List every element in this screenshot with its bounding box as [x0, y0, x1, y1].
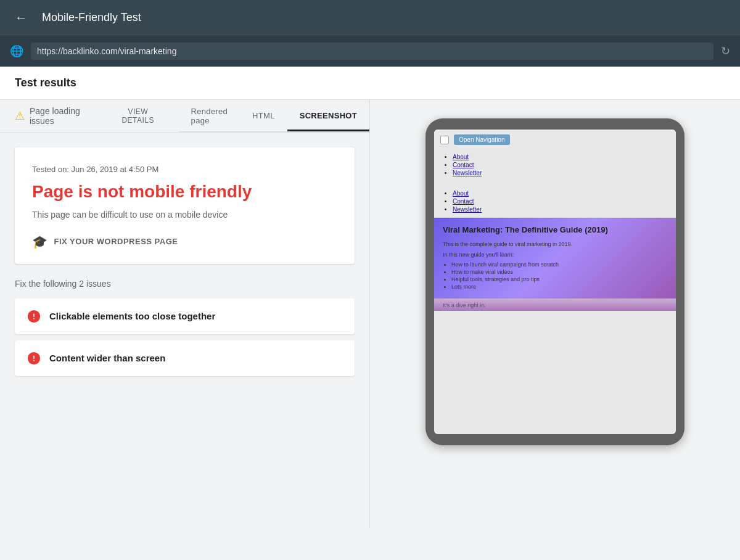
- list-item: About: [453, 154, 667, 160]
- error-icon-content-width: [27, 352, 41, 365]
- tested-on-label: Tested on: Jun 26, 2019 at 4:50 PM: [32, 165, 337, 174]
- list-item: How to launch viral campaigns from scrat…: [451, 261, 667, 268]
- right-panel: Open Navigation About Contact Newsletter: [370, 100, 740, 528]
- back-button[interactable]: ←: [10, 8, 32, 27]
- mobile-nav-links-1: About Contact Newsletter: [434, 150, 676, 181]
- list-item: Contact: [453, 198, 667, 205]
- mobile-nav-row: Open Navigation: [434, 130, 676, 150]
- tabs-row: ⚠ Page loading issues VIEW DETAILS Rende…: [0, 100, 369, 133]
- main-content: ⚠ Page loading issues VIEW DETAILS Rende…: [0, 100, 740, 528]
- view-details-button[interactable]: VIEW DETAILS: [112, 107, 164, 125]
- url-bar: 🌐 ↻: [0, 35, 740, 67]
- top-bar: ← Mobile-Friendly Test: [0, 0, 740, 35]
- mobile-hero-area: Viral Marketing: The Definitive Guide (2…: [434, 218, 676, 299]
- phone-screen: Open Navigation About Contact Newsletter: [434, 130, 676, 434]
- issue-item-content-width: Content wider than screen: [15, 340, 355, 376]
- open-navigation-button: Open Navigation: [454, 134, 510, 145]
- graduation-icon: 🎓: [32, 234, 48, 249]
- section-title: Test results: [15, 76, 76, 89]
- section-title-bar: Test results: [0, 67, 740, 100]
- list-item: Newsletter: [453, 206, 667, 213]
- svg-rect-2: [33, 318, 35, 319]
- result-card: Tested on: Jun 26, 2019 at 4:50 PM Page …: [15, 147, 355, 264]
- warning-icon: ⚠: [15, 109, 25, 123]
- about-link-1: About: [453, 154, 469, 160]
- list-item: About: [453, 190, 667, 197]
- list-item: Newsletter: [453, 170, 667, 176]
- list-item: Helpful tools, strategies and pro tips: [451, 276, 667, 282]
- tab-rendered-page[interactable]: Rendered page: [179, 100, 240, 131]
- mobile-nav-links-2: About Contact Newsletter: [434, 186, 676, 218]
- list-item: How to make viral videos: [451, 269, 667, 275]
- mobile-hero-subtitle: In this new guide you'll learn:: [443, 252, 667, 258]
- mobile-hero-footer: It's a dive right in.: [434, 299, 676, 311]
- issues-section: Fix the following 2 issues Clickable ele…: [0, 279, 369, 397]
- fix-wordpress-label: FIX YOUR WORDPRESS PAGE: [54, 237, 178, 246]
- mobile-hero-description: This is the complete guide to viral mark…: [443, 241, 667, 249]
- list-item: Contact: [453, 162, 667, 168]
- issue-label-content-width: Content wider than screen: [49, 353, 165, 363]
- page-title: Mobile-Friendly Test: [42, 11, 141, 24]
- fix-wordpress-link[interactable]: 🎓 FIX YOUR WORDPRESS PAGE: [32, 234, 337, 249]
- tab-screenshot[interactable]: SCREENSHOT: [287, 100, 369, 131]
- right-tabs: Rendered page HTML SCREENSHOT: [179, 100, 369, 132]
- error-icon-clickable: [27, 310, 41, 323]
- svg-rect-4: [33, 355, 35, 359]
- issue-label-clickable: Clickable elements too close together: [49, 311, 215, 321]
- not-mobile-headline: Page is not mobile friendly: [32, 181, 337, 202]
- newsletter-link-2: Newsletter: [453, 206, 482, 213]
- not-mobile-description: This page can be difficult to use on a m…: [32, 210, 337, 220]
- list-item: Lots more: [451, 284, 667, 290]
- fix-issues-title: Fix the following 2 issues: [15, 279, 355, 289]
- contact-link-1: Contact: [453, 162, 474, 168]
- tab-html[interactable]: HTML: [240, 100, 287, 131]
- svg-rect-1: [33, 313, 35, 317]
- mobile-page-content: Open Navigation About Contact Newsletter: [434, 130, 676, 311]
- contact-link-2: Contact: [453, 198, 474, 205]
- issue-item-clickable: Clickable elements too close together: [15, 299, 355, 334]
- left-panel: ⚠ Page loading issues VIEW DETAILS Rende…: [0, 100, 370, 528]
- left-panel-content: Tested on: Jun 26, 2019 at 4:50 PM Page …: [0, 133, 369, 264]
- newsletter-link-1: Newsletter: [453, 170, 482, 176]
- phone-mockup: Open Navigation About Contact Newsletter: [426, 118, 684, 445]
- mobile-hero-list: How to launch viral campaigns from scrat…: [443, 261, 667, 290]
- refresh-icon[interactable]: ↻: [721, 44, 730, 58]
- url-input[interactable]: [31, 43, 713, 60]
- page-loading-label: Page loading issues: [30, 106, 102, 126]
- mobile-divider: [434, 181, 676, 186]
- svg-rect-5: [33, 360, 35, 361]
- globe-icon: 🌐: [10, 44, 23, 58]
- nav-checkbox: [440, 136, 449, 144]
- left-tab: ⚠ Page loading issues VIEW DETAILS: [0, 100, 179, 132]
- about-link-2: About: [453, 190, 469, 197]
- mobile-hero-title: Viral Marketing: The Definitive Guide (2…: [443, 225, 667, 236]
